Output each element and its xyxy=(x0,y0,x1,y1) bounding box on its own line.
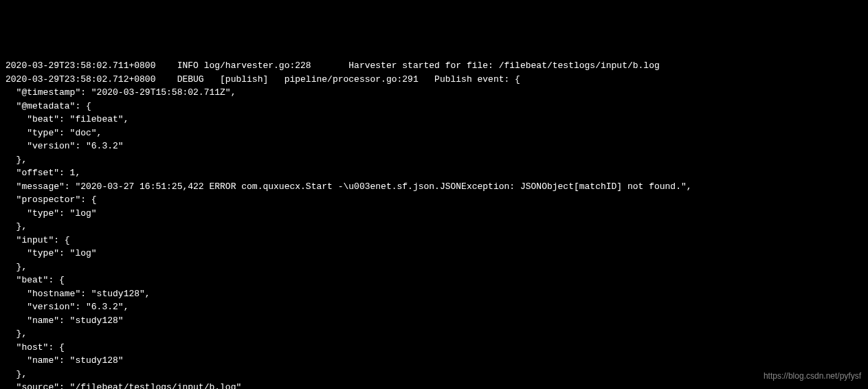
terminal-output[interactable]: 2020-03-29T23:58:02.711+0800 INFO log/ha… xyxy=(5,59,863,389)
log-line: "type": "log" xyxy=(5,207,863,221)
log-line: }, xyxy=(5,368,863,381)
log-line: 2020-03-29T23:58:02.712+0800 DEBUG [publ… xyxy=(5,73,863,87)
log-line: "@metadata": { xyxy=(5,100,863,113)
log-line: 2020-03-29T23:58:02.711+0800 INFO log/ha… xyxy=(5,59,863,73)
log-line: "type": "doc", xyxy=(5,126,863,140)
log-line: "name": "study128" xyxy=(5,314,863,328)
log-line: "beat": "filebeat", xyxy=(5,113,863,126)
log-line: "version": "6.3.2" xyxy=(5,140,863,153)
log-line: }, xyxy=(5,220,863,234)
log-line: "host": { xyxy=(5,341,863,355)
log-line: "hostname": "study128", xyxy=(5,287,863,301)
log-line: }, xyxy=(5,327,863,341)
log-line: "source": "/filebeat/testlogs/input/b.lo… xyxy=(5,381,863,389)
log-line: "prospector": { xyxy=(5,193,863,207)
watermark-text: https://blog.csdn.net/pyfysf xyxy=(764,370,861,382)
log-line: "input": { xyxy=(5,234,863,247)
log-line: "offset": 1, xyxy=(5,166,863,180)
log-line: }, xyxy=(5,153,863,167)
log-line: "message": "2020-03-27 16:51:25,422 ERRO… xyxy=(5,180,863,194)
log-line: "beat": { xyxy=(5,274,863,287)
log-line: "name": "study128" xyxy=(5,354,863,368)
log-line: "@timestamp": "2020-03-29T15:58:02.711Z"… xyxy=(5,86,863,100)
log-line: }, xyxy=(5,260,863,274)
log-line: "type": "log" xyxy=(5,247,863,260)
log-line: "version": "6.3.2", xyxy=(5,300,863,314)
